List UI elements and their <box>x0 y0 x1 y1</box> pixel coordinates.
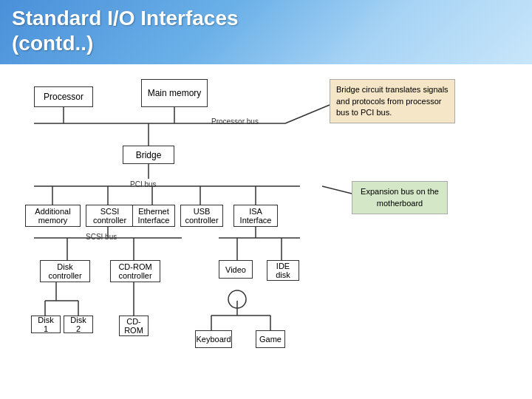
expansion-bus-callout: Expansion bus on the motherboard <box>352 181 448 214</box>
disk2-box: Disk 2 <box>64 316 93 333</box>
processor-box: Processor <box>34 86 93 107</box>
svg-point-30 <box>228 290 246 308</box>
diagram: Processor Main memory Processor bus Brid… <box>12 72 520 399</box>
bridge-box: Bridge <box>123 146 174 164</box>
disk-controller-box: Disk controller <box>40 260 90 282</box>
cdrom-controller-box: CD-ROM controller <box>110 260 160 282</box>
isa-connector-circle <box>228 290 247 309</box>
content-area: Processor Main memory Processor bus Brid… <box>0 64 532 399</box>
main-memory-box: Main memory <box>141 79 208 107</box>
svg-line-29 <box>322 186 352 194</box>
usb-controller-box: USB controller <box>180 205 223 227</box>
game-box: Game <box>256 330 285 348</box>
processor-bus-label: Processor bus <box>211 117 259 126</box>
page-title: Standard I/O Interfaces (contd..) <box>12 6 520 55</box>
video-box: Video <box>219 260 253 279</box>
bridge-callout: Bridge circuit translates signals and pr… <box>330 79 455 123</box>
ide-disk-box: IDE disk <box>267 260 299 281</box>
ethernet-interface-box: Ethernet Interface <box>132 205 175 227</box>
header: Standard I/O Interfaces (contd..) <box>0 0 532 64</box>
scsi-controller-box: SCSI controller <box>86 205 134 227</box>
svg-line-28 <box>285 105 330 123</box>
disk1-box: Disk 1 <box>31 316 61 333</box>
keyboard-box: Keyboard <box>195 330 232 348</box>
cdrom-box: CD- ROM <box>119 316 149 336</box>
additional-memory-box: Additional memory <box>25 205 81 227</box>
scsi-bus-label: SCSI bus <box>86 233 117 241</box>
isa-interface-box: ISA Interface <box>233 205 278 227</box>
pci-bus-label: PCI bus <box>130 180 157 188</box>
